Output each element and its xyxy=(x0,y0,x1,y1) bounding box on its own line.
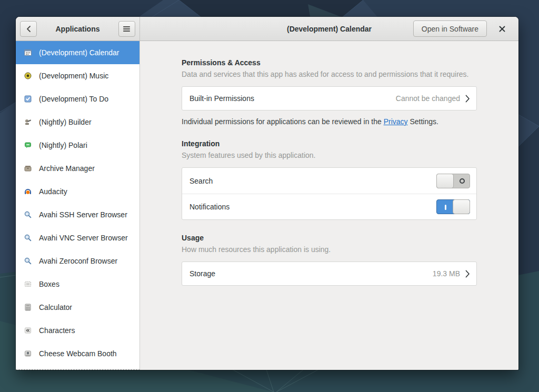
sidebar-item-label: Characters xyxy=(39,326,75,335)
permissions-section-description: Data and services that this app has aske… xyxy=(182,70,477,78)
sidebar-item-avahi-vnc[interactable]: Avahi VNC Server Browser xyxy=(16,226,139,249)
notifications-toggle[interactable] xyxy=(436,199,470,214)
titlebar-right: (Development) Calendar Open in Software xyxy=(140,17,518,41)
switch-off-icon xyxy=(460,178,465,184)
switch-handle[interactable] xyxy=(453,199,470,214)
app-list: (Development) Calendar (Development) Mus… xyxy=(16,41,140,370)
boxes-icon xyxy=(24,280,32,288)
sidebar-item-avahi-ssh[interactable]: Avahi SSH Server Browser xyxy=(16,203,139,226)
characters-icon xyxy=(24,326,32,335)
sidebar-item-label: (Nightly) Polari xyxy=(39,141,87,149)
menu-button[interactable] xyxy=(118,21,135,37)
builder-icon xyxy=(24,118,32,126)
avahi-icon xyxy=(24,234,32,242)
privacy-note-before: Individual permissions for applications … xyxy=(182,117,384,126)
chevron-right-icon xyxy=(465,270,470,278)
calendar-icon xyxy=(24,48,32,57)
sidebar-item-nightly-builder[interactable]: (Nightly) Builder xyxy=(16,110,139,134)
sidebar-item-development-todo[interactable]: (Development) To Do xyxy=(16,87,139,110)
integration-card: Search Notifications xyxy=(182,167,477,220)
notifications-row: Notifications xyxy=(182,194,476,219)
sidebar-item-boxes[interactable]: Boxes xyxy=(16,273,139,296)
close-button[interactable] xyxy=(495,22,509,36)
titlebar-left: Applications xyxy=(16,17,140,41)
storage-card: Storage 19.3 MB xyxy=(182,262,477,286)
music-icon xyxy=(24,72,32,80)
todo-icon xyxy=(24,95,32,103)
privacy-link[interactable]: Privacy xyxy=(384,117,408,126)
app-detail-panel: Permissions & Access Data and services t… xyxy=(140,41,518,370)
sidebar-item-calculator[interactable]: Calculator xyxy=(16,296,139,319)
switch-on-icon xyxy=(445,205,446,210)
polari-icon xyxy=(24,141,32,149)
back-button[interactable] xyxy=(20,21,37,37)
usage-section-description: How much resources this application is u… xyxy=(182,245,477,254)
builtin-permissions-card: Built-in Permissions Cannot be changed xyxy=(182,86,477,110)
sidebar-item-audacity[interactable]: Audacity xyxy=(16,180,139,203)
sidebar-item-label: Archive Manager xyxy=(39,164,95,173)
sidebar-item-label: (Development) To Do xyxy=(39,95,108,103)
archive-icon xyxy=(24,164,32,173)
sidebar-item-label: Calculator xyxy=(39,303,72,311)
sidebar-item-characters[interactable]: Characters xyxy=(16,319,139,342)
sidebar-item-label: (Nightly) Builder xyxy=(39,118,92,126)
sidebar-item-nightly-polari[interactable]: (Nightly) Polari xyxy=(16,134,139,157)
close-icon xyxy=(499,26,505,32)
search-label: Search xyxy=(189,177,213,185)
privacy-note: Individual permissions for applications … xyxy=(182,117,477,126)
sidebar-item-cheese[interactable]: Cheese Webcam Booth xyxy=(16,342,139,365)
storage-label: Storage xyxy=(189,269,215,278)
storage-value: 19.3 MB xyxy=(433,269,465,278)
sidebar-item-label: Avahi Zeroconf Browser xyxy=(39,257,117,265)
builtin-permissions-row[interactable]: Built-in Permissions Cannot be changed xyxy=(182,87,476,110)
sidebar-item-label: Cheese Webcam Booth xyxy=(39,349,117,358)
sidebar-item-label: Boxes xyxy=(39,280,59,288)
sidebar-item-label: Avahi SSH Server Browser xyxy=(39,210,127,219)
avahi-icon xyxy=(24,257,32,265)
integration-section-title: Integration xyxy=(182,139,477,148)
hamburger-icon xyxy=(123,26,130,32)
privacy-note-after: Settings. xyxy=(408,117,438,126)
avahi-icon xyxy=(24,210,32,219)
switch-handle[interactable] xyxy=(436,174,454,188)
sidebar-item-label: Avahi VNC Server Browser xyxy=(39,234,128,242)
sidebar-item-development-calendar[interactable]: (Development) Calendar xyxy=(16,41,139,64)
storage-row[interactable]: Storage 19.3 MB xyxy=(182,262,476,285)
integration-section-description: System features used by this application… xyxy=(182,151,477,159)
chevron-left-icon xyxy=(26,25,32,33)
notifications-label: Notifications xyxy=(189,203,229,211)
sidebar-item-avahi-zeroconf[interactable]: Avahi Zeroconf Browser xyxy=(16,249,139,273)
usage-section-title: Usage xyxy=(182,234,477,242)
sidebar-item-label: (Development) Music xyxy=(39,72,108,80)
cheese-icon xyxy=(24,349,32,358)
chevron-right-icon xyxy=(465,95,470,103)
panel-title: Applications xyxy=(55,25,99,33)
window-body: (Development) Calendar (Development) Mus… xyxy=(16,41,518,370)
sidebar-item-label: (Development) Calendar xyxy=(39,48,119,57)
sidebar-item-label: Audacity xyxy=(39,187,67,196)
permissions-section-title: Permissions & Access xyxy=(182,58,477,67)
search-row: Search xyxy=(182,168,476,194)
sidebar-item-development-music[interactable]: (Development) Music xyxy=(16,64,139,87)
search-toggle[interactable] xyxy=(436,174,470,188)
audacity-icon xyxy=(24,187,32,196)
settings-window: Applications (Development) Calendar Open… xyxy=(16,17,518,370)
open-in-software-button[interactable]: Open in Software xyxy=(413,21,487,37)
builtin-permissions-label: Built-in Permissions xyxy=(189,94,254,103)
titlebar: Applications (Development) Calendar Open… xyxy=(16,17,518,41)
calculator-icon xyxy=(24,303,32,311)
sidebar-item-archive-manager[interactable]: Archive Manager xyxy=(16,157,139,180)
builtin-permissions-value: Cannot be changed xyxy=(396,94,465,103)
